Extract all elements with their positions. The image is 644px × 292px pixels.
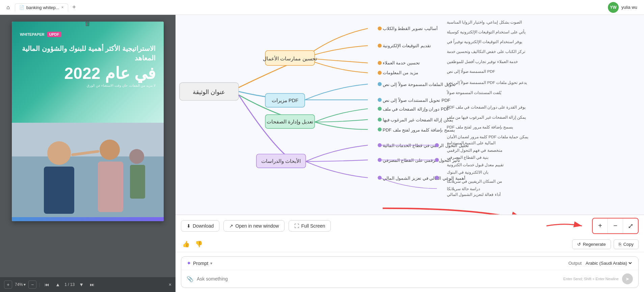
- output-language-select[interactable]: Arabic (Saudi Arabia): [584, 260, 633, 266]
- svg-point-4: [100, 140, 120, 160]
- tab-banking[interactable]: 📄 banking whitep... ×: [15, 3, 68, 11]
- zoom-out-mindmap-button[interactable]: −: [608, 218, 623, 233]
- prompt-input[interactable]: [197, 276, 560, 282]
- svg-text:يمكن إزالة الصفحات غير المرغوب: يمكن إزالة الصفحات غير المرغوب فيها من م…: [447, 115, 526, 120]
- svg-text:تحويل الملفات المسموحة صولاً إ: تحويل الملفات المسموحة صولاً إلى نص: [383, 82, 456, 87]
- svg-text:PDF يوفر القدرة على دوران الصف: PDF يوفر القدرة على دوران الصفحات في ملف: [447, 105, 526, 110]
- svg-text:تعديل وإدارة الصفحات: تعديل وإدارة الصفحات: [267, 119, 313, 125]
- svg-point-31: [378, 98, 382, 102]
- svg-point-17: [378, 44, 382, 48]
- mindmap-svg: عنوان الوثيقة تحسين ممارسات الأعمال أسال…: [176, 15, 644, 214]
- right-panel: عنوان الوثيقة تحسين ممارسات الأعمال أسال…: [176, 15, 644, 292]
- zoom-in-mindmap-button[interactable]: +: [593, 218, 608, 233]
- zoom-in-icon: +: [7, 282, 9, 287]
- prompt-chevron-icon: ▾: [210, 261, 212, 266]
- output-label: Output: [568, 261, 582, 266]
- add-tab-button[interactable]: +: [70, 3, 79, 12]
- prompt-text: Prompt: [193, 261, 208, 266]
- svg-point-52: [378, 176, 382, 180]
- pdf-logo-text: WHITEPAPER: [20, 32, 45, 36]
- svg-text:دوران وإزالة الصفحات في ملف PD: دوران وإزالة الصفحات في ملف PDF: [383, 107, 450, 112]
- prev-page-button[interactable]: ▲: [54, 281, 62, 289]
- zoom-in-button[interactable]: +: [4, 281, 12, 289]
- svg-text:تركز الكتاب على خفض التكاليف و: تركز الكتاب على خفض التكاليف وتحسين خدمة: [447, 49, 525, 54]
- home-button[interactable]: ⌂: [3, 2, 14, 13]
- thumbs-up-icon: 👍: [182, 241, 190, 247]
- svg-text:عنوان الوثيقة: عنوان الوثيقة: [193, 89, 225, 96]
- svg-point-15: [378, 26, 382, 30]
- mindmap-area: عنوان الوثيقة تحسين ممارسات الأعمال أسال…: [176, 15, 644, 215]
- svg-point-30: [378, 82, 382, 86]
- svg-text:أداء فعالة لتعزيز الشمول المال: أداء فعالة لتعزيز الشمول المالي: [447, 192, 501, 197]
- sparkle-icon: ✦: [187, 260, 191, 266]
- trash-icon: 🗑: [85, 20, 91, 27]
- svg-text:يأتي على استخدام التوقيعات الإ: يأتي على استخدام التوقيعات الإلكترونية ك…: [447, 29, 526, 35]
- svg-point-7: [129, 149, 144, 164]
- send-button[interactable]: ➤: [622, 273, 633, 284]
- add-tab-icon: +: [72, 4, 76, 11]
- svg-point-2: [47, 141, 71, 165]
- svg-text:دراسة حالة سريلانكا: دراسة حالة سريلانكا: [447, 186, 480, 191]
- user-name[interactable]: yulia wu: [621, 5, 637, 10]
- tab-close-icon[interactable]: ×: [61, 5, 64, 10]
- copy-button[interactable]: ⎘ Copy: [614, 239, 639, 249]
- svg-text:بنية في القطاع المصرفي: بنية في القطاع المصرفي: [447, 155, 489, 160]
- separator: |: [39, 282, 40, 287]
- user-avatar[interactable]: YW: [608, 2, 619, 13]
- pdf-cover: WHITEPAPER UPDF الاستراتيجية الأكثر أهمي…: [12, 22, 164, 123]
- prompt-header: ✦ Prompt ▾ Output Arabic (Saudi Arabia): [181, 257, 638, 270]
- fullscreen-button[interactable]: ⛶ Full Screen: [289, 220, 331, 232]
- zoom-level-display[interactable]: 74% ▾: [15, 282, 26, 287]
- delete-button[interactable]: 🗑: [82, 18, 93, 30]
- download-button[interactable]: ⬇ Download: [181, 220, 219, 232]
- svg-text:الصوت بشكل إبداعي، واختيار الز: الصوت بشكل إبداعي، واختيار الزوايا المنا…: [447, 20, 522, 25]
- open-new-label: Open in new window: [235, 223, 279, 229]
- send-icon: ➤: [625, 276, 629, 282]
- svg-text:تحسين ممارسات الأعمال: تحسين ممارسات الأعمال: [263, 56, 317, 62]
- regenerate-icon: ↺: [577, 242, 581, 247]
- zoom-in-mindmap-icon: +: [598, 222, 602, 230]
- pdf-people-image: [12, 123, 164, 217]
- open-new-window-button[interactable]: ↗ Open in new window: [223, 220, 285, 232]
- pdf-bottom-bar: + 74% ▾ − | ⏮ ▲ 1 / 13 ▼ ⏭ ×: [0, 277, 176, 292]
- page-info: 1 / 13: [64, 282, 75, 287]
- prompt-box: ✦ Prompt ▾ Output Arabic (Saudi Arabia) …: [181, 256, 639, 288]
- svg-point-39: [378, 118, 382, 122]
- pdf-logo: WHITEPAPER UPDF: [20, 32, 156, 37]
- svg-text:يُلفت المستندات المسموحة صولاً: يُلفت المستندات المسموحة صولاً: [447, 90, 502, 95]
- svg-text:تحويل المستندات صولاً إلى نص P: تحويل المستندات صولاً إلى نص PDF: [383, 97, 451, 103]
- pdf-sidebar: 🗑 WHITEPAPER UPDF الاستراتيجية الأكثر أه…: [0, 15, 176, 292]
- fullscreen-icon: ⛶: [294, 223, 299, 229]
- zoom-out-icon: −: [31, 282, 34, 287]
- prompt-label-button[interactable]: ✦ Prompt ▾: [187, 260, 212, 266]
- fit-mindmap-button[interactable]: ⤢: [623, 218, 638, 233]
- svg-text:PDF يسمح بإضافة كلمة مرور لفتح: PDF يسمح بإضافة كلمة مرور لفتح ملف: [447, 125, 513, 130]
- prompt-area: ✦ Prompt ▾ Output Arabic (Saudi Arabia) …: [176, 252, 644, 292]
- svg-text:تقديم التوقيعات الإلكترونية: تقديم التوقيعات الإلكترونية: [383, 43, 431, 49]
- home-icon: ⌂: [6, 4, 10, 10]
- regenerate-label: Regenerate: [583, 242, 606, 247]
- pdf-cover-title: الاستراتيجية الأكثر أهمية للبنوك والشؤون…: [20, 44, 156, 63]
- svg-point-21: [378, 71, 382, 75]
- close-pdf-button[interactable]: ×: [169, 282, 171, 287]
- open-new-icon: ↗: [229, 223, 233, 229]
- thumbs-down-button[interactable]: 👎: [194, 239, 204, 249]
- first-page-button[interactable]: ⏮: [43, 281, 51, 289]
- pdf-page: WHITEPAPER UPDF الاستراتيجية الأكثر أهمي…: [12, 22, 164, 221]
- svg-rect-8: [130, 165, 145, 199]
- svg-point-40: [378, 127, 382, 132]
- attachment-button[interactable]: 📎: [187, 276, 193, 282]
- mindmap-toolbar: ⬇ Download ↗ Open in new window ⛶ Full S…: [176, 215, 644, 236]
- pdf-image-area: [12, 123, 164, 217]
- regenerate-button[interactable]: ↺ Regenerate: [572, 239, 611, 249]
- svg-text:تحسين خدمة العملاء: تحسين خدمة العملاء: [383, 60, 420, 66]
- svg-point-38: [378, 107, 382, 111]
- last-page-button[interactable]: ⏭: [88, 281, 96, 289]
- download-label: Download: [193, 223, 214, 229]
- zoom-out-button[interactable]: −: [28, 281, 36, 289]
- svg-text:خدمة العملاء توفير تجارب أفضل : خدمة العملاء توفير تجارب أفضل للموظفين: [447, 59, 518, 64]
- svg-text:المسمسة صولًا إلى نص PDF: المسمسة صولًا إلى نص PDF: [447, 68, 495, 74]
- thumbs-up-button[interactable]: 👍: [181, 239, 191, 249]
- next-page-button[interactable]: ▼: [77, 281, 85, 289]
- svg-text:مزيرات PDF: مزيرات PDF: [272, 98, 298, 104]
